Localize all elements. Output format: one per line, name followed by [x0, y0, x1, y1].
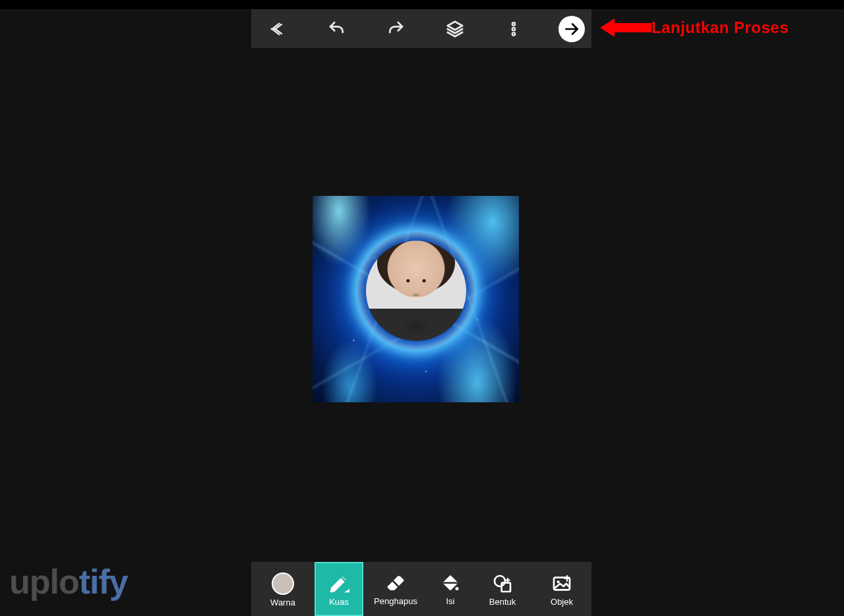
- continue-button[interactable]: [558, 16, 585, 42]
- svg-point-9: [495, 576, 505, 586]
- layers-button[interactable]: [440, 15, 469, 44]
- top-black-strip: [0, 0, 844, 9]
- undo-button[interactable]: [322, 15, 351, 44]
- brush-icon: [328, 573, 349, 594]
- annotation-label: Lanjutkan Proses: [651, 18, 789, 37]
- svg-point-2: [512, 27, 515, 30]
- fill-icon: [440, 574, 460, 594]
- shape-icon: [492, 573, 513, 594]
- shape-tool-label: Bentuk: [489, 597, 516, 607]
- watermark: uplotify: [9, 562, 128, 601]
- svg-marker-0: [448, 21, 463, 30]
- eraser-tool-label: Penghapus: [374, 596, 417, 606]
- redo-button[interactable]: [381, 15, 410, 44]
- more-options-button[interactable]: [499, 15, 528, 44]
- canvas-portrait: [366, 241, 466, 341]
- svg-point-3: [512, 32, 515, 35]
- back-button[interactable]: [263, 15, 292, 44]
- active-color-swatch: [272, 572, 294, 595]
- bottom-toolbar: Warna Kuas Penghapus Isi Bentuk Objek: [251, 562, 591, 616]
- brush-tool-label: Kuas: [329, 597, 349, 607]
- eraser-tool[interactable]: Penghapus: [363, 562, 428, 616]
- annotation-arrow-icon: [600, 15, 653, 41]
- fill-tool-label: Isi: [446, 596, 455, 606]
- editor-canvas[interactable]: [313, 196, 519, 402]
- color-tool-label: Warna: [270, 598, 295, 607]
- arrow-right-icon: [563, 20, 580, 38]
- eraser-icon: [386, 574, 406, 594]
- layers-icon: [445, 19, 465, 39]
- watermark-part2: tify: [79, 563, 128, 601]
- svg-marker-6: [344, 589, 349, 592]
- back-arrow-icon: [268, 20, 287, 38]
- object-icon: [551, 573, 572, 594]
- svg-point-14: [557, 580, 560, 583]
- more-vertical-icon: [505, 20, 522, 38]
- object-tool[interactable]: Objek: [532, 562, 591, 616]
- shape-tool[interactable]: Bentuk: [473, 562, 532, 616]
- redo-icon: [386, 19, 406, 39]
- undo-icon: [327, 19, 347, 39]
- svg-rect-10: [502, 582, 510, 591]
- watermark-part1: uplo: [9, 563, 79, 601]
- fill-tool[interactable]: Isi: [428, 562, 473, 616]
- object-tool-label: Objek: [551, 597, 573, 607]
- color-tool[interactable]: Warna: [251, 562, 315, 616]
- svg-point-1: [512, 22, 515, 25]
- brush-tool[interactable]: Kuas: [315, 562, 363, 616]
- svg-marker-5: [600, 18, 651, 37]
- top-toolbar: [251, 9, 591, 48]
- svg-point-8: [456, 587, 459, 590]
